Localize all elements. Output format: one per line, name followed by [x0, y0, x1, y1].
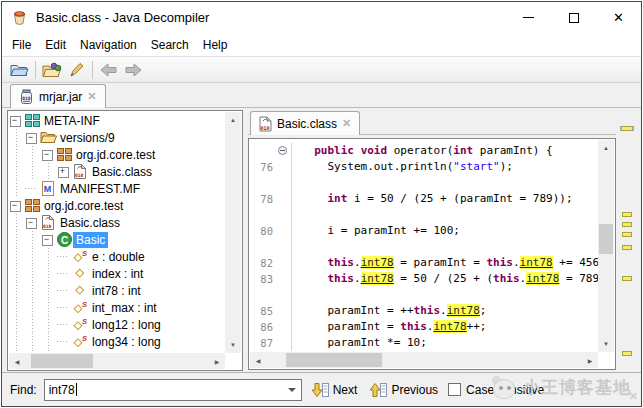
tree-indent-guide [41, 248, 57, 265]
code-vertical-scrollbar[interactable]: ▲ ▼ [598, 140, 614, 352]
line-number: 87 [250, 335, 276, 351]
tab-mrjar-close-icon[interactable]: ✕ [87, 90, 96, 103]
open-file-button[interactable] [7, 59, 31, 81]
combo-dropdown-icon[interactable] [288, 388, 296, 392]
code-text: this.int78 = 50 / (25 + (this.int78 = 78… [292, 271, 598, 287]
close-button[interactable]: ✕ [596, 2, 641, 33]
tree-item-manifest-mf[interactable]: MMANIFEST.MF [9, 180, 225, 197]
collapse-toggle-icon[interactable]: − [25, 214, 39, 231]
menu-file[interactable]: File [5, 36, 38, 54]
maximize-button[interactable] [551, 2, 596, 33]
menu-search[interactable]: Search [144, 36, 196, 54]
search-marker-strip[interactable] [620, 111, 635, 369]
match-marker[interactable] [622, 351, 632, 356]
open-type-folder-icon [42, 62, 62, 78]
fold-margin [276, 143, 292, 159]
tree-indent-guide [25, 282, 41, 299]
match-marker[interactable] [622, 232, 632, 237]
code-line-78: 78 int i = 50 / (25 + (paramInt = 789)); [250, 191, 598, 207]
tree-item-basic-class[interactable]: −010Basic.class [9, 214, 225, 231]
open-type-button[interactable] [40, 59, 64, 81]
code-hscroll-thumb[interactable] [286, 353, 382, 367]
tree-item-basic-class[interactable]: +010Basic.class [9, 163, 225, 180]
find-previous-button[interactable]: Previous [367, 380, 441, 400]
tree-item-org-jd-core-test[interactable]: −org.jd.core.test [9, 197, 225, 214]
scroll-left-icon[interactable]: ◀ [250, 352, 266, 368]
tree-indent-guide [41, 282, 57, 299]
menu-help[interactable]: Help [196, 36, 235, 54]
code-text: this.int78 = paramInt = this.int78 += 45… [292, 255, 598, 271]
tree-indent-guide [9, 214, 25, 231]
tree-item-index-int[interactable]: index : int [9, 265, 225, 282]
match-marker[interactable] [622, 245, 632, 250]
case-sensitive-checkbox[interactable] [448, 383, 461, 396]
tree-indent-guide [9, 333, 25, 350]
tree-item-e-double[interactable]: Se : double [9, 248, 225, 265]
code-line: public void operator(int paramInt) { [250, 143, 598, 159]
collapse-toggle-icon[interactable]: − [9, 197, 23, 214]
fold-collapse-icon[interactable] [278, 146, 287, 155]
tree-item-long34-long[interactable]: Slong34 : long [9, 333, 225, 350]
collapse-toggle-icon[interactable]: − [25, 129, 39, 146]
code-line-86: 86 paramInt = this.int78++; [250, 319, 598, 335]
tree-item-int78-int[interactable]: int78 : int [9, 282, 225, 299]
tree-item-versions-9[interactable]: −versions/9 [9, 129, 225, 146]
tree-indent-guide [25, 163, 41, 180]
tree-item-org-jd-core-test[interactable]: −org.jd.core.test [9, 146, 225, 163]
minimize-button[interactable] [506, 2, 551, 33]
forward-button[interactable] [121, 59, 145, 81]
find-input[interactable]: int78 [44, 379, 302, 401]
code-text [292, 239, 301, 255]
scroll-right-icon[interactable]: ▶ [209, 353, 225, 369]
menu-navigation[interactable]: Navigation [73, 36, 144, 54]
code-horizontal-scrollbar[interactable]: ◀ ▶ [250, 352, 598, 368]
tree-item-label: int_max : int [89, 300, 160, 316]
tab-basic-class[interactable]: 010 Basic.class ✕ [250, 111, 360, 135]
jar-tab-bar: 010 mrjar.jar ✕ [2, 83, 641, 108]
code-line [250, 175, 598, 191]
tree-indent-guide [41, 316, 57, 333]
scroll-down-icon[interactable]: ▼ [225, 337, 241, 353]
match-marker[interactable] [622, 212, 632, 217]
collapse-toggle-icon[interactable]: − [41, 146, 55, 163]
tree-item-int-max-int[interactable]: Sint_max : int [9, 299, 225, 316]
find-next-button[interactable]: Next [309, 380, 361, 400]
expand-toggle-icon[interactable]: + [57, 163, 71, 180]
minimize-icon [523, 17, 534, 18]
scroll-down-icon[interactable]: ▼ [598, 336, 614, 352]
tree-connector [57, 265, 71, 282]
match-marker[interactable] [622, 222, 632, 227]
scroll-up-icon[interactable]: ▲ [225, 112, 241, 128]
collapse-toggle-icon[interactable]: − [41, 231, 55, 248]
code-text: paramInt *= 10; [292, 335, 427, 351]
tree-connector [57, 282, 71, 299]
field-icon [71, 265, 89, 282]
fold-margin [276, 335, 292, 351]
code-line-85: 85 paramInt = ++this.int78; [250, 303, 598, 319]
tree-item-basic[interactable]: −CBasic [9, 231, 225, 248]
tree-item-meta-inf[interactable]: −META-INF [9, 112, 225, 129]
tab-mrjar-label: mrjar.jar [39, 90, 82, 104]
search-button[interactable] [64, 59, 88, 81]
fold-margin [276, 175, 292, 191]
current-match-marker[interactable] [620, 126, 634, 131]
code-editor[interactable]: public void operator(int paramInt) {76 S… [248, 138, 616, 370]
tree-horizontal-scrollbar[interactable]: ◀ ▶ [9, 353, 225, 369]
code-vscroll-thumb[interactable] [599, 224, 613, 254]
fold-margin [276, 159, 292, 175]
tab-mrjar[interactable]: 010 mrjar.jar ✕ [10, 84, 106, 108]
scroll-left-icon[interactable]: ◀ [9, 353, 25, 369]
back-button[interactable] [97, 59, 121, 81]
find-bar-close-icon[interactable]: ✕ [629, 390, 638, 403]
svg-text:010: 010 [75, 173, 84, 178]
collapse-toggle-icon[interactable]: − [9, 112, 23, 129]
tree-vertical-scrollbar[interactable]: ▲ ▼ [225, 112, 241, 353]
tree-hscroll-thumb[interactable] [31, 354, 93, 368]
tab-basic-class-close-icon[interactable]: ✕ [342, 117, 351, 130]
scroll-right-icon[interactable]: ▶ [582, 352, 598, 368]
scroll-up-icon[interactable]: ▲ [598, 140, 614, 156]
match-marker[interactable] [622, 276, 632, 281]
text-caret [76, 383, 77, 396]
menu-edit[interactable]: Edit [38, 36, 73, 54]
tree-item-long12-long[interactable]: Slong12 : long [9, 316, 225, 333]
